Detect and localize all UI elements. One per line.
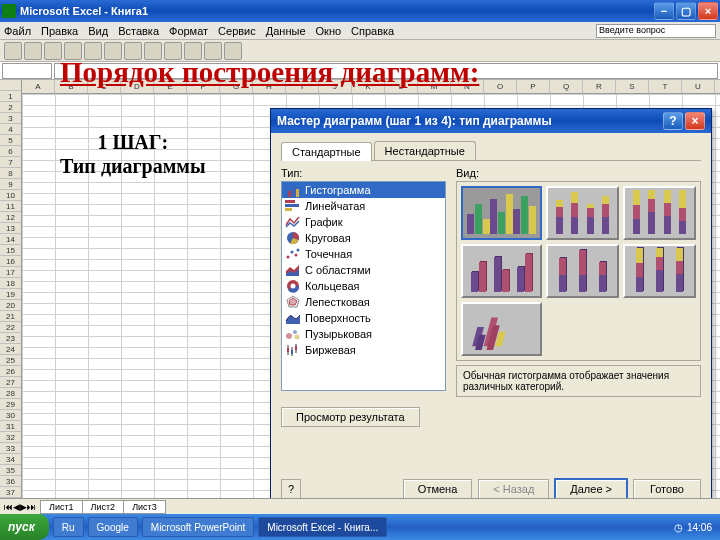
col-header[interactable]: R — [583, 80, 616, 93]
row-header[interactable]: 2 — [0, 102, 21, 113]
menu-window[interactable]: Окно — [316, 25, 342, 37]
menu-edit[interactable]: Правка — [41, 25, 78, 37]
row-header[interactable]: 28 — [0, 388, 21, 399]
row-header[interactable]: 23 — [0, 333, 21, 344]
row-header[interactable]: 10 — [0, 190, 21, 201]
cancel-button[interactable]: Отмена — [403, 479, 472, 499]
help-icon[interactable]: ? — [281, 479, 301, 499]
row-header[interactable]: 18 — [0, 278, 21, 289]
tray-icon[interactable]: ◷ — [674, 522, 683, 533]
col-header[interactable]: Q — [550, 80, 583, 93]
subtype-clustered[interactable] — [461, 186, 542, 240]
subtype-3d-stacked[interactable] — [546, 244, 619, 298]
nav-last-icon[interactable]: ⏭ — [27, 502, 36, 512]
tab-custom[interactable]: Нестандартные — [374, 141, 476, 160]
col-header[interactable]: T — [649, 80, 682, 93]
row-header[interactable]: 6 — [0, 146, 21, 157]
row-header[interactable]: 17 — [0, 267, 21, 278]
type-item[interactable]: Биржевая — [282, 342, 445, 358]
type-item[interactable]: Поверхность — [282, 310, 445, 326]
row-header[interactable]: 4 — [0, 124, 21, 135]
row-header[interactable]: 12 — [0, 212, 21, 223]
toolbar-button[interactable] — [24, 42, 42, 60]
sheet-tab[interactable]: Лист2 — [82, 500, 125, 514]
row-header[interactable]: 19 — [0, 289, 21, 300]
taskbar-item[interactable]: Google — [88, 517, 138, 537]
taskbar-item[interactable]: Microsoft PowerPoint — [142, 517, 254, 537]
row-header[interactable]: 11 — [0, 201, 21, 212]
menu-insert[interactable]: Вставка — [118, 25, 159, 37]
tab-standard[interactable]: Стандартные — [281, 142, 372, 161]
row-header[interactable]: 5 — [0, 135, 21, 146]
row-header[interactable]: 20 — [0, 300, 21, 311]
type-item[interactable]: Точечная — [282, 246, 445, 262]
row-header[interactable]: 14 — [0, 234, 21, 245]
type-item[interactable]: График — [282, 214, 445, 230]
type-item[interactable]: Гистограмма — [282, 182, 445, 198]
col-header[interactable]: S — [616, 80, 649, 93]
nav-first-icon[interactable]: ⏮ — [4, 502, 13, 512]
row-header[interactable]: 15 — [0, 245, 21, 256]
row-header[interactable]: 13 — [0, 223, 21, 234]
nav-prev-icon[interactable]: ◀ — [13, 502, 20, 512]
col-header[interactable]: P — [517, 80, 550, 93]
subtype-3d-100stacked[interactable] — [623, 244, 696, 298]
row-header[interactable]: 37 — [0, 487, 21, 498]
row-header[interactable]: 26 — [0, 366, 21, 377]
question-box[interactable]: Введите вопрос — [596, 24, 716, 38]
close-button[interactable]: × — [698, 2, 718, 20]
menu-view[interactable]: Вид — [88, 25, 108, 37]
col-header[interactable]: A — [22, 80, 55, 93]
row-header[interactable]: 1 — [0, 91, 21, 102]
row-header[interactable]: 27 — [0, 377, 21, 388]
subtype-100stacked[interactable] — [623, 186, 696, 240]
row-header[interactable]: 7 — [0, 157, 21, 168]
sheet-tab[interactable]: Лист1 — [40, 500, 83, 514]
type-item[interactable]: Пузырьковая — [282, 326, 445, 342]
sheet-tab[interactable]: Лист3 — [123, 500, 166, 514]
menu-format[interactable]: Формат — [169, 25, 208, 37]
row-header[interactable]: 22 — [0, 322, 21, 333]
row-header[interactable]: 21 — [0, 311, 21, 322]
preview-button[interactable]: Просмотр результата — [281, 407, 420, 427]
maximize-button[interactable]: ▢ — [676, 2, 696, 20]
menu-data[interactable]: Данные — [266, 25, 306, 37]
chart-type-list[interactable]: ГистограммаЛинейчатаяГрафикКруговаяТочеч… — [281, 181, 446, 391]
type-item[interactable]: Круговая — [282, 230, 445, 246]
minimize-button[interactable]: − — [654, 2, 674, 20]
name-box[interactable] — [2, 63, 52, 79]
subtype-3d-clustered[interactable] — [461, 244, 542, 298]
col-header[interactable]: U — [682, 80, 715, 93]
row-header[interactable]: 33 — [0, 443, 21, 454]
row-header[interactable]: 3 — [0, 113, 21, 124]
row-header[interactable]: 24 — [0, 344, 21, 355]
finish-button[interactable]: Готово — [633, 479, 701, 499]
taskbar-item[interactable]: Microsoft Excel - Книга... — [258, 517, 387, 537]
type-item[interactable]: С областями — [282, 262, 445, 278]
row-header[interactable]: 36 — [0, 476, 21, 487]
row-header[interactable]: 16 — [0, 256, 21, 267]
next-button[interactable]: Далее > — [555, 479, 627, 499]
row-header[interactable]: 25 — [0, 355, 21, 366]
subtype-stacked[interactable] — [546, 186, 619, 240]
dialog-close-button[interactable]: × — [685, 112, 705, 130]
row-header[interactable]: 34 — [0, 454, 21, 465]
row-header[interactable]: 9 — [0, 179, 21, 190]
row-header[interactable]: 35 — [0, 465, 21, 476]
subtype-3d-column[interactable] — [461, 302, 542, 356]
row-header[interactable]: 32 — [0, 432, 21, 443]
type-item[interactable]: Лепестковая — [282, 294, 445, 310]
dialog-help-button[interactable]: ? — [663, 112, 683, 130]
menu-help[interactable]: Справка — [351, 25, 394, 37]
row-header[interactable]: 30 — [0, 410, 21, 421]
toolbar-button[interactable] — [4, 42, 22, 60]
nav-next-icon[interactable]: ▶ — [20, 502, 27, 512]
menu-file[interactable]: Файл — [4, 25, 31, 37]
row-header[interactable]: 31 — [0, 421, 21, 432]
row-header[interactable]: 29 — [0, 399, 21, 410]
type-item[interactable]: Кольцевая — [282, 278, 445, 294]
type-item[interactable]: Линейчатая — [282, 198, 445, 214]
row-header[interactable]: 8 — [0, 168, 21, 179]
col-header[interactable]: O — [484, 80, 517, 93]
start-button[interactable]: пуск — [0, 514, 49, 540]
